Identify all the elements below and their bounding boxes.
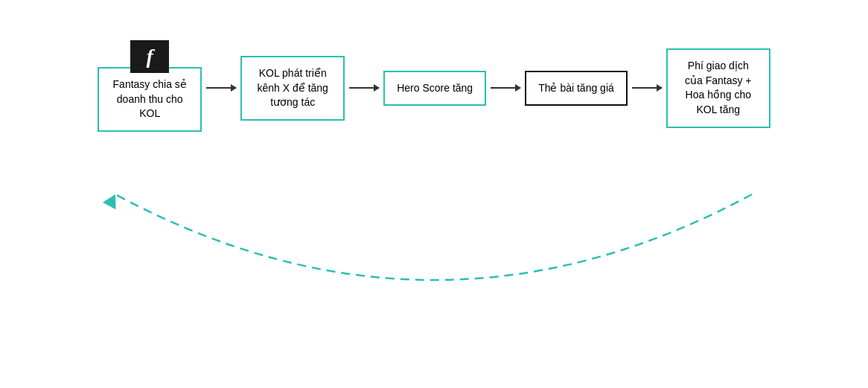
node-fantasy: f Fantasy chia sẻ doanh thu cho KOL [98,67,202,132]
node5-text: Phí giao dịch của Fantasy + Hoa hồng cho… [685,60,752,115]
diagram-container: f Fantasy chia sẻ doanh thu cho KOL KOL … [0,0,868,388]
logo-letter: f [147,42,153,71]
node-phi-giao-dich: Phí giao dịch của Fantasy + Hoa hồng cho… [666,48,770,127]
arrow-line-2 [349,87,379,89]
arrow-line-1 [206,87,236,89]
node2-text: KOL phát triển kênh X để tăng tương tác [258,67,328,108]
node-the-bai: Thẻ bài tăng giá [525,71,628,106]
fantasy-logo: f [130,40,169,73]
arrow-line-4 [632,87,662,89]
arrow-1 [206,87,236,89]
flow-row: f Fantasy chia sẻ doanh thu cho KOL KOL … [0,45,868,132]
node1-text: Fantasy chia sẻ doanh thu cho KOL [111,77,188,121]
curved-arrow-svg [0,187,868,381]
node-hero-score: Hero Score tăng [383,71,486,106]
node4-text: Thẻ bài tăng giá [538,82,614,94]
arrow-4 [632,87,662,89]
arrow-line-3 [491,87,520,89]
node3-text: Hero Score tăng [397,82,473,94]
arrow-2 [349,87,379,89]
arrow-3 [491,87,520,89]
node-kol: KOL phát triển kênh X để tăng tương tác [240,56,345,121]
